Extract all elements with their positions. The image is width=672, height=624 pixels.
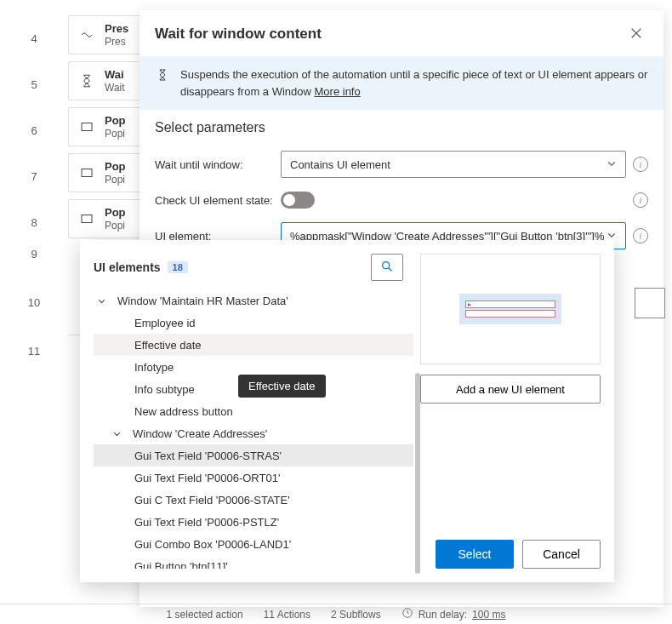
status-actions: 11 Actions (264, 609, 310, 621)
svg-rect-2 (82, 215, 92, 223)
tree-label: Window 'Create Addresses' (124, 427, 267, 440)
status-run-delay: Run delay: 100 ms (401, 607, 506, 621)
press-icon (79, 27, 94, 43)
info-icon[interactable]: i (633, 157, 648, 172)
tree-group-create-addresses[interactable]: Window 'Create Addresses' (94, 422, 413, 444)
tree-item[interactable]: Gui Text Field 'P0006-ORT01' (94, 467, 413, 489)
section-title: Select parameters (155, 120, 648, 135)
step-text: Pop Popi (105, 114, 126, 140)
modal-title: Wait for window content (155, 26, 322, 43)
hourglass-icon (79, 73, 94, 89)
parameters-section: Select parameters Wait until window: Con… (140, 110, 663, 261)
picker-actions: Select Cancel (420, 540, 601, 569)
step-text: Pres Pres (105, 22, 128, 48)
tree-label: Gui Text Field 'P0006-PSTLZ' (134, 516, 279, 529)
step-number: 6 (0, 124, 68, 137)
tree-item[interactable]: Employee id (94, 312, 413, 334)
tree-item[interactable]: Gui Button 'btn[11]' (94, 555, 413, 569)
step-subtitle: Popi (105, 220, 126, 232)
tree-label: Gui Button 'btn[11]' (134, 560, 228, 570)
svg-point-3 (383, 261, 390, 268)
info-icon[interactable]: i (633, 192, 648, 208)
ui-element-picker: UI elements 18 Window 'Maintain HR Maste… (80, 240, 614, 582)
step-title: Pres (105, 22, 128, 36)
step-subtitle: Pres (105, 36, 128, 48)
step-text: Pop Popi (105, 160, 126, 186)
step-number: 8 (0, 216, 68, 229)
tooltip: Effective date (238, 375, 326, 398)
close-icon (630, 27, 642, 42)
picker-tree-panel: UI elements 18 Window 'Maintain HR Maste… (94, 254, 420, 569)
select-button[interactable]: Select (436, 540, 514, 569)
step-title: Pop (105, 206, 126, 220)
wait-until-dropdown[interactable]: Contains UI element (281, 151, 626, 178)
element-preview: ▸ (420, 254, 601, 364)
tree-label: Gui Combo Box 'P0006-LAND1' (134, 538, 291, 551)
svg-rect-1 (82, 169, 92, 177)
window-icon (79, 165, 94, 180)
step-title: Wai (105, 68, 125, 82)
picker-header: UI elements 18 (94, 254, 420, 281)
tree-label: Gui Text Field 'P0006-ORT01' (134, 472, 280, 484)
dropdown-value: Contains UI element (290, 158, 390, 171)
run-delay-value[interactable]: 100 ms (472, 609, 505, 621)
tree-label: New address button (134, 405, 233, 418)
tree-item[interactable]: Gui Text Field 'P0006-STRAS' (94, 444, 413, 467)
tree-label: Employee id (134, 317, 196, 329)
param-label: Check UI element state: (155, 194, 274, 207)
check-state-toggle[interactable] (281, 192, 315, 209)
close-button[interactable] (624, 22, 648, 46)
step-number: 5 (0, 78, 68, 91)
window-icon (79, 211, 94, 226)
tree-item[interactable]: New address button (94, 400, 413, 422)
param-check-ui-state: Check UI element state: i (155, 185, 648, 215)
status-selected: 1 selected action (167, 609, 243, 621)
step-number: 7 (0, 170, 68, 183)
tree-label: Infotype (134, 361, 174, 374)
add-ui-element-button[interactable]: Add a new UI element (420, 375, 601, 404)
tree-item[interactable]: Gui C Text Field 'P0006-STATE' (94, 489, 413, 511)
tree-label: Window 'Maintain HR Master Data' (109, 295, 288, 307)
step-number: 11 (0, 345, 68, 358)
tree-label: Info subtype (134, 383, 195, 396)
status-subflows: 2 Subflows (331, 609, 381, 621)
tree-item[interactable]: Effective date (94, 334, 413, 356)
more-info-link[interactable]: More info (315, 85, 361, 98)
step-number: 9 (0, 248, 68, 260)
svg-rect-0 (82, 123, 92, 131)
tree-label: Gui Text Field 'P0006-STRAS' (134, 449, 282, 462)
hourglass-icon (155, 66, 170, 82)
banner-text-container: Suspends the execution of the automation… (180, 66, 648, 100)
step-subtitle: Popi (105, 128, 126, 140)
status-bar: 1 selected action 11 Actions 2 Subflows … (0, 604, 672, 624)
picker-title: UI elements (94, 260, 161, 274)
step-subtitle: Wait (105, 82, 125, 94)
tree-group-maintain-hr[interactable]: Window 'Maintain HR Master Data' (94, 289, 413, 312)
tree-label: Effective date (134, 339, 202, 352)
step-title: Pop (105, 114, 126, 128)
step-subtitle: Popi (105, 174, 126, 186)
search-icon (380, 260, 394, 276)
modal-header: Wait for window content (140, 10, 663, 56)
clock-icon (401, 607, 413, 621)
step-number: 10 (0, 296, 68, 309)
info-icon[interactable]: i (633, 228, 648, 243)
tree-item[interactable]: Gui Combo Box 'P0006-LAND1' (94, 533, 413, 555)
step-text: Pop Popi (105, 206, 126, 232)
ui-element-tree[interactable]: Window 'Maintain HR Master Data' Employe… (94, 289, 420, 569)
step-text: Wai Wait (105, 68, 125, 94)
step-number: 4 (0, 32, 68, 45)
background-save-button-edge (635, 288, 665, 318)
banner-text: Suspends the execution of the automation… (180, 68, 647, 98)
tree-label: Gui C Text Field 'P0006-STATE' (134, 494, 290, 507)
cancel-button[interactable]: Cancel (522, 540, 601, 569)
preview-field: ▸ (465, 301, 555, 308)
preview-screenshot: ▸ (459, 294, 561, 324)
tree-scrollbar[interactable] (415, 373, 420, 574)
param-label: Wait until window: (155, 158, 274, 171)
chevron-down-icon (94, 296, 109, 306)
tree-item[interactable]: Gui Text Field 'P0006-PSTLZ' (94, 511, 413, 533)
search-button[interactable] (371, 254, 403, 281)
chevron-down-icon (607, 158, 617, 171)
step-title: Pop (105, 160, 126, 174)
